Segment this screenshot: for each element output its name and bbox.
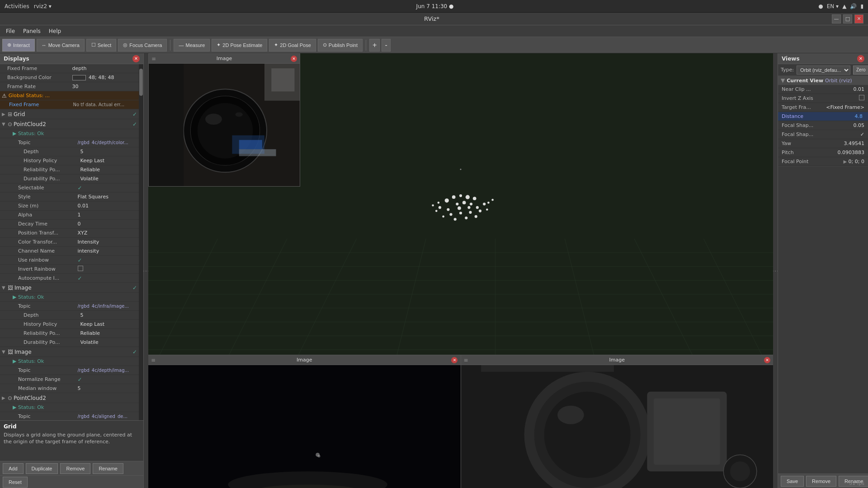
displays-scrollbar[interactable] [139, 64, 143, 420]
image1-item[interactable]: ▼ 🖼 Image ✓ [0, 283, 139, 293]
publish-point-button[interactable]: ⊙ Publish Point [318, 39, 363, 52]
displays-panel-close[interactable]: ✕ [132, 55, 140, 62]
measure-button[interactable]: — Measure [174, 39, 210, 52]
pcl-selectable-val[interactable]: ✓ [78, 185, 137, 191]
scroll-thumb[interactable] [139, 69, 143, 96]
pointcloud2-item[interactable]: ▼ ⊙ PointCloud2 ✓ [0, 119, 139, 129]
pcl-size-val[interactable]: 0.01 [78, 203, 137, 209]
distance-row[interactable]: Distance 4.8 [778, 112, 868, 121]
resize-handle-left[interactable]: ⋮ [144, 53, 148, 488]
img1-history-row[interactable]: History Policy Keep Last [0, 320, 139, 329]
fixed-frame-warn-row[interactable]: Fixed Frame No tf data. Actual err... [0, 100, 139, 109]
bg-color-row[interactable]: Background Color 48; 48; 48 [0, 73, 139, 82]
views-zero-button[interactable]: Zero [853, 66, 868, 75]
focal-shape2-val[interactable]: ✓ [860, 131, 864, 137]
near-clip-val[interactable]: 0.01 [854, 86, 865, 92]
img1-reliability-row[interactable]: Reliability Po... Reliable [0, 329, 139, 338]
pcl-depth-val[interactable]: 5 [80, 149, 137, 155]
image-panel-top-close[interactable]: ✕ [291, 56, 297, 62]
interact-button[interactable]: ⊕ Interact [2, 39, 35, 52]
pcl-colortransform-val[interactable]: Intensity [78, 239, 137, 245]
reset-button[interactable]: Reset [3, 477, 28, 488]
pcl2-topic-row[interactable]: Topic /rgbd_4c/aligned_de... [0, 412, 139, 420]
img2-normalize-val[interactable]: ✓ [78, 376, 137, 383]
pcl-invertrainbow-val[interactable] [78, 266, 137, 272]
fixed-frame-val[interactable]: depth [72, 66, 137, 71]
img1-history-val[interactable]: Keep Last [80, 321, 137, 327]
window-controls[interactable]: — □ ✕ [832, 14, 863, 23]
views-type-select[interactable]: Orbit (rviz_defau... [797, 66, 850, 75]
focal-shape2-row[interactable]: Focal Shap... ✓ [778, 130, 868, 139]
pcl-size-row[interactable]: Size (m) 0.01 [0, 202, 139, 211]
focal-shape1-val[interactable]: 0.05 [854, 122, 865, 128]
img1-topic-val[interactable]: /rgbd_4c/infra/image... [78, 304, 137, 309]
pcl-decay-row[interactable]: Decay Time 0 [0, 220, 139, 229]
remove-toolbar-button[interactable]: - [382, 39, 390, 52]
pcl2-topic-val[interactable]: /rgbd_4c/aligned_de... [78, 414, 137, 419]
image-panel-br-close[interactable]: ✕ [764, 357, 770, 363]
pcl-invertrainbow-row[interactable]: Invert Rainbow [0, 265, 139, 274]
pointcloud2-2-item[interactable]: ▶ ⊙ PointCloud2 [0, 393, 139, 403]
image2-item[interactable]: ▼ 🖼 Image ✓ [0, 347, 139, 357]
grid-item[interactable]: ▶ ⊞ Grid ✓ [0, 109, 139, 119]
menu-help[interactable]: Help [45, 27, 65, 35]
pcl-selectable-row[interactable]: Selectable ✓ [0, 183, 139, 192]
pitch-row[interactable]: Pitch 0.0903883 [778, 148, 868, 157]
pcl-depth-row[interactable]: Depth 5 [0, 147, 139, 156]
pcl-channel-row[interactable]: Channel Name intensity [0, 247, 139, 256]
invert-z-val[interactable] [859, 95, 864, 102]
pcl-alpha-row[interactable]: Alpha 1 [0, 211, 139, 220]
image-panel-bl-close[interactable]: ✕ [451, 357, 458, 363]
img1-durability-row[interactable]: Durability Po... Volatile [0, 338, 139, 347]
pcl-history-val[interactable]: Keep Last [80, 158, 137, 164]
pcl-history-row[interactable]: History Policy Keep Last [0, 156, 139, 165]
focal-shape1-row[interactable]: Focal Shap... 0.05 [778, 121, 868, 130]
frame-rate-val[interactable]: 30 [72, 84, 137, 89]
invert-rainbow-checkbox[interactable] [78, 266, 83, 271]
global-status-row[interactable]: ⚠ Global Status: ... [0, 91, 139, 100]
img2-normalize-row[interactable]: Normalize Range ✓ [0, 375, 139, 384]
focus-camera-button[interactable]: ◎ Focus Camera [118, 39, 167, 52]
activities-label[interactable]: Activities [5, 3, 29, 9]
pitch-val[interactable]: 0.0903883 [838, 150, 865, 155]
fixed-frame-row[interactable]: Fixed Frame depth [0, 64, 139, 73]
pcl-style-row[interactable]: Style Flat Squares [0, 192, 139, 202]
img2-topic-row[interactable]: Topic /rgbd_4c/depth/imag... [0, 366, 139, 375]
close-button[interactable]: ✕ [854, 14, 863, 23]
pcl-colortransform-row[interactable]: Color Transfor... Intensity [0, 238, 139, 247]
pcl-style-val[interactable]: Flat Squares [78, 194, 137, 200]
remove-button[interactable]: Remove [60, 463, 90, 474]
views-remove-button[interactable]: Remove [806, 476, 836, 487]
img1-topic-row[interactable]: Topic /rgbd_4c/infra/image... [0, 302, 139, 311]
menu-panels[interactable]: Panels [19, 27, 44, 35]
pcl-durability-val[interactable]: Volatile [80, 176, 137, 182]
near-clip-row[interactable]: Near Clip ... 0.01 [778, 85, 868, 94]
img2-median-val[interactable]: 5 [78, 385, 137, 391]
select-button[interactable]: ☐ Select [86, 39, 117, 52]
yaw-val[interactable]: 3.49541 [844, 141, 865, 146]
pcl-channel-val[interactable]: intensity [78, 248, 137, 254]
pcl-autocompute-val[interactable]: ✓ [78, 275, 137, 282]
add-button[interactable]: Add [3, 463, 24, 474]
pcl-position-val[interactable]: XYZ [78, 230, 137, 236]
target-frame-val[interactable]: <Fixed Frame> [826, 104, 864, 110]
img1-durability-val[interactable]: Volatile [80, 339, 137, 345]
target-frame-row[interactable]: Target Fra... <Fixed Frame> [778, 103, 868, 112]
yaw-row[interactable]: Yaw 3.49541 [778, 139, 868, 148]
pcl-durability-row[interactable]: Durability Po... Volatile [0, 174, 139, 183]
invert-z-row[interactable]: Invert Z Axis [778, 94, 868, 103]
pcl-userainbow-row[interactable]: Use rainbow ✓ [0, 256, 139, 265]
pcl-alpha-val[interactable]: 1 [78, 212, 137, 218]
goal-pose-button[interactable]: ✦ 2D Goal Pose [269, 39, 316, 52]
minimize-button[interactable]: — [832, 14, 841, 23]
distance-val[interactable]: 4.8 [853, 113, 865, 119]
img2-topic-val[interactable]: /rgbd_4c/depth/imag... [78, 368, 137, 373]
menu-file[interactable]: File [2, 27, 19, 35]
pcl-autocompute-row[interactable]: Autocompute I... ✓ [0, 274, 139, 283]
pcl-reliability-val[interactable]: Reliable [80, 167, 137, 173]
pcl-position-row[interactable]: Position Transf... XYZ [0, 229, 139, 238]
invert-z-checkbox[interactable] [859, 95, 864, 100]
img1-depth-row[interactable]: Depth 5 [0, 311, 139, 320]
pcl-decay-val[interactable]: 0 [78, 221, 137, 227]
pose-estimate-button[interactable]: ✦ 2D Pose Estimate [212, 39, 267, 52]
